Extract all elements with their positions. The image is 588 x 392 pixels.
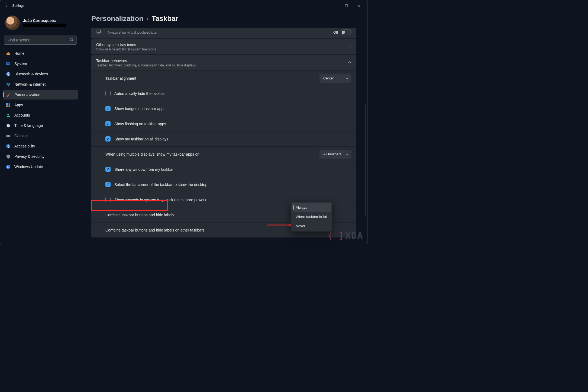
checkbox[interactable]: ✓ xyxy=(105,182,111,187)
svg-rect-9 xyxy=(8,105,10,107)
nav-label: Time & language xyxy=(14,123,43,128)
wifi-icon xyxy=(6,82,11,87)
checkbox[interactable] xyxy=(105,91,111,96)
bluetooth-icon xyxy=(6,72,11,76)
breadcrumb-parent[interactable]: Personalization xyxy=(91,14,143,23)
minimize-button[interactable] xyxy=(328,2,340,10)
virtual-touchpad-toggle[interactable] xyxy=(341,30,351,35)
all-displays-row[interactable]: ✓ Show my taskbar on all displays xyxy=(91,131,356,146)
user-block[interactable]: João Carrasqueira xyxy=(2,14,78,34)
row-label: Show seconds in system tray clock (uses … xyxy=(114,198,206,202)
row-label: Share any window from my taskbar xyxy=(114,167,174,172)
nav-label: Privacy & security xyxy=(14,154,44,159)
check-icon: ✓ xyxy=(106,107,109,110)
person-icon xyxy=(6,113,11,118)
nav-bluetooth[interactable]: Bluetooth & devices xyxy=(3,69,78,79)
auto-hide-row[interactable]: Automatically hide the taskbar xyxy=(91,86,356,101)
share-window-row[interactable]: ✓ Share any window from my taskbar xyxy=(91,162,356,177)
nav-label: Accessibility xyxy=(14,144,35,148)
dropdown-value: Center xyxy=(323,76,334,80)
row-label: Taskbar alignment xyxy=(105,76,319,81)
nav-system[interactable]: System xyxy=(3,59,78,69)
check-icon: ✓ xyxy=(106,183,109,186)
row-label: Select the far corner of the taskbar to … xyxy=(114,182,207,187)
user-email-redacted xyxy=(23,24,66,27)
titlebar: Settings xyxy=(0,0,367,11)
nav-apps[interactable]: Apps xyxy=(3,100,78,110)
app-title: Settings xyxy=(12,4,24,8)
other-tray-row[interactable]: Other system tray icons Show or hide add… xyxy=(91,39,356,54)
svg-rect-0 xyxy=(345,5,348,7)
nav-personalization[interactable]: Personalization xyxy=(3,90,78,99)
apps-icon xyxy=(6,102,11,107)
row-label: Automatically hide the taskbar xyxy=(114,91,165,96)
menu-item-when-full[interactable]: When taskbar is full xyxy=(292,212,331,221)
nav-label: Personalization xyxy=(14,92,40,97)
svg-rect-13 xyxy=(6,135,10,137)
badges-row[interactable]: ✓ Show badges on taskbar apps xyxy=(91,101,356,116)
nav-update[interactable]: Windows Update xyxy=(3,162,78,172)
toggle-label: Off xyxy=(333,30,338,34)
back-button[interactable] xyxy=(2,1,11,10)
clock-icon xyxy=(6,123,11,128)
nav-gaming[interactable]: Gaming xyxy=(3,131,78,141)
breadcrumb-current: Taskbar xyxy=(152,14,178,23)
menu-item-never[interactable]: Never xyxy=(292,221,331,230)
alignment-dropdown[interactable]: Center xyxy=(319,74,351,83)
nav-label: Gaming xyxy=(14,134,28,138)
paint-icon xyxy=(6,92,11,97)
svg-point-15 xyxy=(8,144,8,145)
nav-label: Windows Update xyxy=(14,165,43,169)
search-input[interactable] xyxy=(7,38,70,43)
checkbox[interactable]: ✓ xyxy=(105,136,111,142)
watermark: ( ] XDA xyxy=(328,230,363,241)
shield-icon xyxy=(6,154,11,159)
nav-label: Bluetooth & devices xyxy=(14,72,48,76)
checkbox[interactable]: ✓ xyxy=(105,106,111,111)
nav-time[interactable]: Time & language xyxy=(3,121,78,130)
chevron-down-icon xyxy=(345,153,349,156)
behaviors-header[interactable]: Taskbar behaviors Taskbar alignment, bad… xyxy=(91,55,356,70)
svg-rect-7 xyxy=(8,103,10,105)
nav-label: Network & internet xyxy=(14,82,46,86)
chevron-right-icon: › xyxy=(147,15,148,22)
checkbox[interactable] xyxy=(105,197,111,202)
avatar xyxy=(5,15,20,30)
nav-home[interactable]: Home xyxy=(3,49,78,58)
close-icon xyxy=(357,4,360,7)
multi-display-row: When using multiple displays, show my ta… xyxy=(91,146,356,162)
search-box[interactable] xyxy=(4,36,77,45)
nav-privacy[interactable]: Privacy & security xyxy=(3,152,78,161)
row-title: Taskbar behaviors xyxy=(96,59,348,63)
virtual-touchpad-row[interactable]: Always show virtual touchpad icon Off xyxy=(91,28,356,38)
check-icon: ✓ xyxy=(106,137,109,141)
checkbox[interactable]: ✓ xyxy=(105,167,111,172)
close-button[interactable] xyxy=(353,2,365,10)
accessibility-icon xyxy=(6,144,11,149)
checkbox[interactable]: ✓ xyxy=(105,121,111,126)
watermark-icon: ( ] xyxy=(328,231,344,240)
alignment-row: Taskbar alignment Center xyxy=(91,70,356,86)
row-subtitle: Taskbar alignment, badging, automaticall… xyxy=(96,63,348,67)
nav-accounts[interactable]: Accounts xyxy=(3,110,78,120)
far-corner-row[interactable]: ✓ Select the far corner of the taskbar t… xyxy=(91,177,356,192)
row-title: Other system tray icons xyxy=(96,43,348,47)
svg-rect-8 xyxy=(6,105,8,107)
maximize-icon xyxy=(345,4,348,7)
svg-point-1 xyxy=(70,38,73,40)
menu-item-always[interactable]: Always xyxy=(292,203,331,212)
scrollbar-thumb[interactable] xyxy=(366,103,366,217)
maximize-button[interactable] xyxy=(340,2,353,10)
watermark-text: XDA xyxy=(345,230,363,241)
nav-accessibility[interactable]: Accessibility xyxy=(3,141,78,151)
flashing-row[interactable]: ✓ Show flashing on taskbar apps xyxy=(91,116,356,131)
multi-display-dropdown[interactable]: All taskbars xyxy=(319,150,351,159)
chevron-down-icon xyxy=(345,77,349,80)
svg-point-10 xyxy=(7,114,9,115)
nav-network[interactable]: Network & internet xyxy=(3,79,78,89)
row-subtitle: Always show virtual touchpad icon xyxy=(108,31,333,34)
row-subtitle: Show or hide additional system tray icon… xyxy=(96,47,348,51)
check-icon: ✓ xyxy=(106,122,109,126)
chevron-up-icon xyxy=(348,60,351,65)
dropdown-value: All taskbars xyxy=(323,152,341,156)
